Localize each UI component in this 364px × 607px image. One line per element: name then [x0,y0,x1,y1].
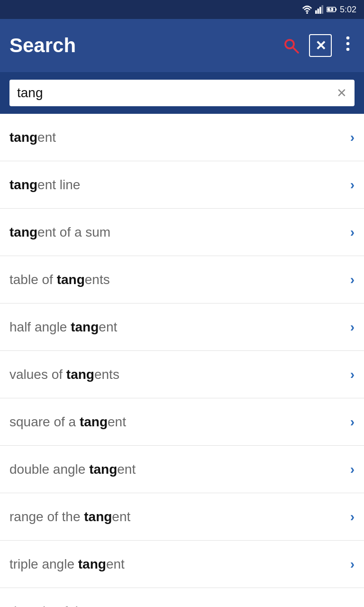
results-list: tangent›tangent line›tangent of a sum›ta… [0,114,364,607]
svg-rect-6 [336,9,337,11]
result-arrow-icon: › [350,604,355,607]
search-input-wrapper: ✕ [9,80,355,106]
more-icon [341,35,355,52]
app-bar: Search ✕ [0,19,364,72]
result-text: tangent line [9,177,80,193]
result-text: double angle tangent [9,462,136,477]
search-button[interactable] [282,37,300,54]
status-bar: 5:02 [0,0,364,19]
status-icons: 5:02 [302,5,356,15]
result-arrow-icon: › [350,557,355,572]
search-icon [282,37,300,54]
result-item[interactable]: table of tangents› [0,256,364,304]
svg-line-9 [293,48,299,53]
result-arrow-icon: › [350,130,355,145]
result-text: values of tangents [9,367,119,382]
svg-rect-2 [317,9,319,14]
app-bar-actions: ✕ [282,34,355,57]
result-text: tangent of a sum [9,225,110,240]
result-item[interactable]: tangent› [0,114,364,161]
more-options-button[interactable] [341,35,355,56]
result-item[interactable]: values of tangents› [0,351,364,398]
search-input[interactable] [17,85,333,101]
result-text: triple angle tangent [9,557,125,572]
result-item[interactable]: half angle tangent› [0,304,364,351]
svg-rect-4 [321,5,323,14]
svg-rect-1 [315,10,317,14]
result-arrow-icon: › [350,225,355,240]
result-text: tangent [9,130,56,145]
result-item[interactable]: double angle tangent› [0,446,364,493]
result-arrow-icon: › [350,509,355,524]
result-text: range of the tangent [9,509,130,524]
result-arrow-icon: › [350,414,355,430]
svg-point-11 [346,42,350,46]
svg-point-0 [306,12,308,14]
result-item[interactable]: triple angle tangent› [0,541,364,588]
search-input-container: ✕ [0,72,364,114]
result-arrow-icon: › [350,272,355,287]
result-arrow-icon: › [350,177,355,193]
result-item[interactable]: range of the tangent› [0,493,364,541]
result-arrow-icon: › [350,462,355,477]
result-text: half angle tangent [9,320,117,335]
close-icon: ✕ [315,38,326,54]
svg-point-10 [346,37,350,40]
svg-point-12 [346,48,350,51]
result-item[interactable]: domain of the tangent› [0,588,364,607]
result-arrow-icon: › [350,320,355,335]
result-item[interactable]: square of a tangent› [0,398,364,446]
result-item[interactable]: tangent line› [0,161,364,209]
result-text: domain of the tangent [9,604,140,607]
result-item[interactable]: tangent of a sum› [0,209,364,256]
result-text: square of a tangent [9,414,126,430]
result-arrow-icon: › [350,367,355,382]
close-button[interactable]: ✕ [309,34,332,57]
signal-icon [315,5,324,14]
app-bar-title: Search [9,34,275,57]
clear-input-button[interactable]: ✕ [337,86,347,101]
wifi-icon [302,5,312,14]
svg-rect-3 [319,7,321,14]
status-time: 5:02 [340,5,356,15]
battery-icon [327,6,337,13]
result-text: table of tangents [9,272,110,287]
